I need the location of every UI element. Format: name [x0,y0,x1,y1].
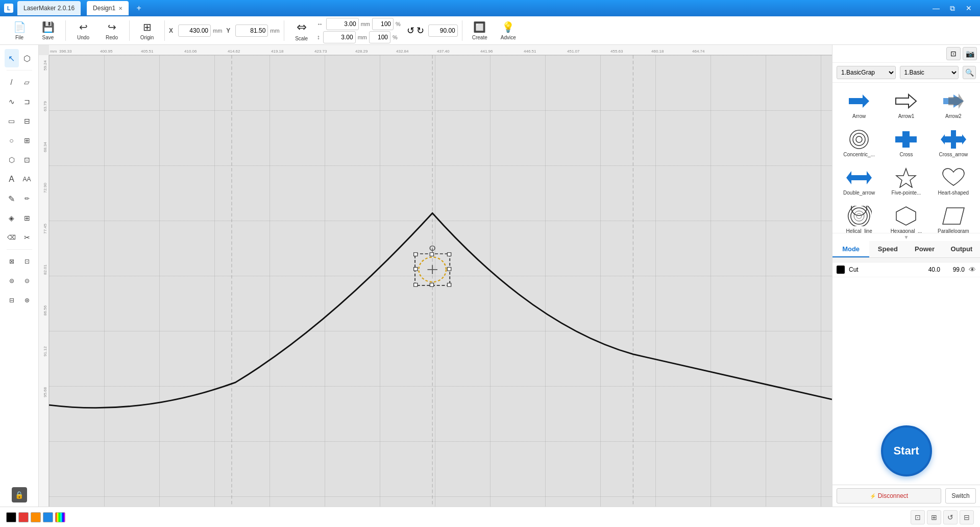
draw-tool[interactable]: ✎ [5,189,19,208]
color-blue[interactable] [43,512,53,522]
refresh-button[interactable]: ↺ [943,510,958,524]
shape-cross-arrow[interactable]: Cross_arrow [932,126,975,160]
color-orange[interactable] [31,512,41,522]
width-input[interactable] [326,18,359,30]
rect-tool[interactable]: ▭ [5,112,19,130]
svg-point-23 [856,136,862,142]
line-tool[interactable]: / [5,73,19,91]
shape-parallelogram[interactable]: Parallelogram [932,203,975,233]
start-button[interactable]: Start [881,425,932,476]
circle-tool2[interactable]: ⊞ [20,131,34,150]
rect-tool2[interactable]: ⊟ [20,112,34,130]
select-tool[interactable]: ↖ [5,49,19,67]
rotation-input[interactable] [428,25,458,37]
tab-output[interactable]: Output [943,241,980,257]
curve-tool2[interactable]: ⊐ [20,92,34,111]
view-button[interactable]: ⊡ [946,47,961,60]
tab-speed[interactable]: Speed [869,241,906,257]
search-button[interactable]: 🔍 [963,66,976,79]
minimize-button[interactable]: — [929,3,943,14]
layer-eye-button[interactable]: 👁 [969,266,976,274]
file-button[interactable]: 📄 File [6,18,33,43]
disconnect-label: Disconnect [878,492,908,499]
save-button[interactable]: 💾 Save [35,18,61,43]
switch-button[interactable]: Switch [945,488,976,504]
more-tool1[interactable]: ⊠ [5,252,19,271]
close-tab-button[interactable]: ✕ [118,6,122,11]
canvas-area[interactable]: mm 396.33 400.95 405.51 410.06 414.62 41… [39,45,832,507]
line-tool2[interactable]: ▱ [20,73,34,91]
scale-button[interactable]: ⇔ Scale [288,18,315,43]
more-tool2[interactable]: ⊡ [20,252,34,271]
shape-hexagonal[interactable]: Hexagonal_... [885,203,927,233]
scale-icon: ⇔ [297,20,307,34]
camera-button[interactable]: 📷 [963,47,977,60]
right-sidebar: ⊡ 📷 1.BasicGrap 1.Basic 🔍 Arrow [832,45,980,507]
group-button[interactable]: ⊞ [927,510,941,524]
shape-arrow2[interactable]: Arrow2 [932,88,975,122]
shape-heart[interactable]: Heart-shaped [932,164,975,199]
disconnect-button[interactable]: ⚡ Disconnect [837,488,941,504]
polygon-tool[interactable]: ⬡ [5,151,19,169]
advice-button[interactable]: 💡 Advice [495,18,522,43]
category1-select[interactable]: 1.BasicGrap [837,66,896,79]
create-button[interactable]: 🔲 Create [467,18,493,43]
color-black[interactable] [6,512,16,522]
height-pct-input[interactable] [369,31,390,43]
maximize-button[interactable]: ⧉ [945,3,960,14]
shape-cross[interactable]: Cross [885,126,927,160]
undo-button[interactable]: ↩ Undo [70,18,96,43]
text-tool2[interactable]: AA [20,170,34,188]
draw-tool2[interactable]: ✏ [20,189,34,208]
width-pct-input[interactable] [372,18,394,30]
canvas-inner[interactable] [49,55,832,507]
grid-button[interactable]: ⊟ [960,510,974,524]
size-inputs: ↔ mm % ↕ mm % [317,18,401,43]
erase-tool2[interactable]: ✂ [20,228,34,247]
shape-arrow[interactable]: Arrow [838,88,880,122]
shape-arrow1[interactable]: Arrow1 [885,88,927,122]
close-window-button[interactable]: ✕ [962,3,976,14]
erase-tool[interactable]: ⌫ [5,228,19,247]
more-tool5[interactable]: ⊟ [5,291,19,309]
shape-concentric-label: Concentric_... [843,152,875,157]
sidebar-sep1 [7,70,32,70]
y-input[interactable] [235,25,268,37]
text-tool[interactable]: A [5,170,19,188]
scale-label: Scale [295,36,308,41]
shape-five-star[interactable]: Five-pointe... [885,164,927,199]
tab-mode[interactable]: Mode [832,241,869,257]
shape-parallelogram-label: Parallelogram [938,228,969,233]
fill-tool[interactable]: ◈ [5,209,19,227]
add-tab-button[interactable]: + [133,2,145,14]
x-input[interactable] [178,25,211,37]
fill-tool2[interactable]: ⊞ [20,209,34,227]
text-tool-pair: A AA [5,170,34,188]
color-gradient[interactable] [55,512,65,522]
arrow1-icon [893,91,919,111]
canvas-svg[interactable] [49,55,832,507]
app-title-label: LaserMaker 2.0.16 [23,5,75,12]
polygon-tool2[interactable]: ⊡ [20,151,34,169]
color-red[interactable] [18,512,29,522]
shape-concentric[interactable]: Concentric_... [838,126,880,160]
origin-button[interactable]: ⊞ Origin [134,18,160,43]
height-input[interactable] [323,31,356,43]
shape-double-arrow[interactable]: Double_arrow [838,164,880,199]
tab-power[interactable]: Power [906,241,943,257]
more-tool3[interactable]: ⊜ [5,272,19,290]
design-tab[interactable]: Design1 ✕ [87,1,129,15]
rotate-cw-button[interactable]: ↻ [416,25,424,36]
category2-select[interactable]: 1.Basic [900,66,959,79]
redo-button[interactable]: ↪ Redo [99,18,125,43]
node-edit-tool[interactable]: ⬡ [20,49,34,67]
more-tool6[interactable]: ⊛ [20,291,34,309]
rotate-ccw-button[interactable]: ↺ [407,25,414,36]
shape-helical[interactable]: Helical_line [838,203,880,233]
lock-tool[interactable]: 🔒 [12,487,27,502]
more-tool4[interactable]: ⊝ [20,272,34,290]
curve-tool[interactable]: ∿ [5,92,19,111]
layer-row-cut[interactable]: Cut 40.0 99.0 👁 [832,262,980,277]
select-all-button[interactable]: ⊡ [911,510,925,524]
circle-tool[interactable]: ○ [5,131,19,150]
